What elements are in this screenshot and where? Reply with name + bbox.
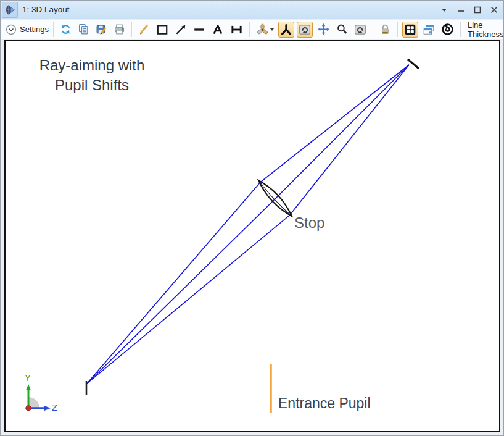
print-icon[interactable] [112,22,127,37]
spin-mode-icon[interactable] [297,22,313,38]
zoom-icon[interactable] [334,22,350,37]
toolbar-separator [460,22,461,37]
axis-z-label: Z [52,402,57,413]
layout-canvas[interactable]: Y Z Ray-aiming with Pupil Shifts Stop En… [4,40,500,432]
image-surface [408,59,419,69]
toolbar-separator [53,22,54,37]
toolbar-separator [397,22,398,37]
axis-y-label: Y [25,373,31,383]
rotate-mode-icon[interactable] [278,22,294,38]
window-controls [440,1,498,19]
close-icon[interactable] [490,6,498,14]
settings-button[interactable]: Settings [6,24,49,35]
save-icon[interactable] [94,22,109,37]
plot-title: Ray-aiming with Pupil Shifts [30,56,154,95]
refresh-icon[interactable] [58,22,73,37]
window-lens-icon [2,2,18,18]
pencil-icon[interactable] [136,22,152,37]
ray-diagram: Y Z [6,41,499,431]
window-menu-caret-icon[interactable] [440,6,448,14]
pan-icon[interactable] [315,21,332,38]
reset-view-icon[interactable] [352,22,368,38]
text-tool-icon[interactable] [210,22,226,38]
settings-label: Settings [20,25,49,34]
cascade-windows-icon[interactable] [421,22,437,38]
settings-expander-icon [6,24,17,35]
title-bar: 1: 3D Layout [1,1,503,19]
entrance-pupil-label: Entrance Pupil [278,395,371,412]
minimize-icon[interactable] [456,6,465,14]
toolbar-separator [373,22,373,37]
plot-title-line1: Ray-aiming with [30,56,154,75]
line-thickness-dropdown[interactable]: Line Thickness [464,20,504,39]
toolbar-separator [249,22,250,37]
orbit-view-caret-icon [270,28,274,31]
lamp-icon[interactable] [378,22,393,37]
window-title: 1: 3D Layout [22,5,70,14]
orbit-view-button[interactable] [254,22,276,38]
axis-triad: Y Z [25,373,57,413]
maximize-icon[interactable] [473,6,482,14]
stop-label: Stop [294,214,324,232]
line-tool-icon[interactable] [191,22,207,38]
arrow-tool-icon[interactable] [173,22,189,38]
auto-rotate-icon[interactable] [439,21,456,38]
ray-bundle [87,65,409,384]
toolbar: Settings [1,20,503,39]
copy-icon[interactable] [76,22,91,37]
orbit-view-icon [256,23,269,36]
plot-title-line2: Pupil Shifts [30,75,154,95]
rectangle-tool-icon[interactable] [154,22,170,38]
3d-layout-window: 1: 3D Layout Settings [0,0,504,436]
fit-window-icon[interactable] [402,22,418,38]
toolbar-separator [131,22,132,37]
dimension-tool-icon[interactable] [228,22,245,38]
line-thickness-label: Line Thickness [468,20,504,39]
